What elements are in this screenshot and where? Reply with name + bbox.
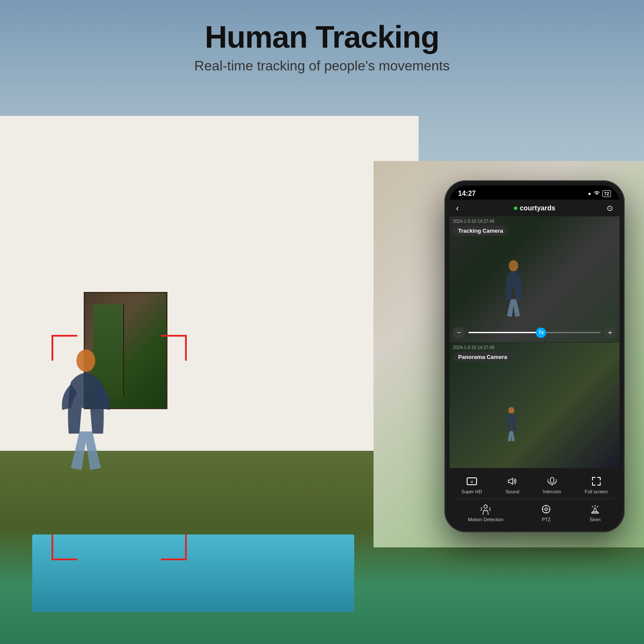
panorama-feed-timestamp: 2024-1-0-10 14:27:48 [453,345,494,350]
page-title: Human Tracking [0,19,644,55]
intercom-button[interactable]: Intercom [539,474,565,496]
nav-title-area: courtyards [469,204,600,212]
tracking-bracket-bottom-right [161,535,187,560]
sound-button[interactable]: Sound [502,474,523,496]
pool [32,535,354,612]
toolbar-row-2: Motion Detection [450,500,620,526]
panorama-feed-person [504,407,519,443]
header-area: Human Tracking Real-time tracking of peo… [0,19,644,74]
tracking-bracket-bottom-left [52,535,77,560]
motion-detection-button[interactable]: Motion Detection [465,501,507,524]
status-icons: ● 72 [588,190,611,197]
ptz-button[interactable]: PTZ [537,501,556,524]
panorama-camera-feed: 2024-1-0-10 14:27:48 Panorama Camera [450,343,620,469]
super-hd-icon: U [466,475,478,487]
wifi-icon [593,191,600,197]
ptz-label: PTZ [542,517,551,522]
phone-body: 14:27 ● 72 ‹ [444,180,625,532]
tracking-feed-timestamp: 2024-1-0-10 14:27:48 [453,219,494,224]
svg-rect-5 [550,477,554,483]
zoom-minus-button[interactable]: − [453,327,465,339]
tracking-feed-label: Tracking Camera [453,226,508,236]
svg-point-13 [545,508,547,510]
motion-detection-label: Motion Detection [468,517,504,522]
zoom-slider-container: − 7x + [453,327,616,339]
fullscreen-label: Full screen [585,489,608,494]
sound-label: Sound [506,489,519,494]
intercom-icon [546,475,558,487]
zoom-plus-button[interactable]: + [604,327,616,339]
siren-button[interactable]: Siren [586,501,605,524]
back-button[interactable]: ‹ [456,203,469,213]
fullscreen-button[interactable]: Full screen [581,474,611,496]
intercom-label: Intercom [543,489,561,494]
camera-feeds-container: 2024-1-0-10 14:27:48 Tracking Camera − [450,216,620,468]
tracking-feed-person [501,259,526,319]
toolbar-divider [454,498,615,499]
svg-point-1 [509,260,518,271]
svg-text:U: U [471,480,473,483]
svg-point-0 [76,349,95,372]
signal-icon: ● [588,191,591,197]
tracking-camera-feed: 2024-1-0-10 14:27:48 Tracking Camera − [450,216,620,343]
zoom-thumb[interactable]: 7x [536,328,546,338]
phone-device: 14:27 ● 72 ‹ [444,180,625,532]
settings-button[interactable]: ⊙ [600,204,613,213]
tracking-bracket-top-right [161,335,187,361]
svg-line-9 [489,509,490,510]
battery-value: 72 [604,191,609,196]
svg-line-8 [481,509,482,510]
battery-icon: 72 [602,190,611,197]
tracked-person [58,348,114,477]
zoom-track[interactable]: 7x [468,332,601,333]
camera-name-label: courtyards [520,204,556,212]
super-hd-label: Super HD [461,489,482,494]
bottom-toolbar: U Super HD Sound [450,468,620,527]
ptz-icon [540,503,552,515]
super-hd-button[interactable]: U Super HD [458,474,485,496]
phone-screen: 14:27 ● 72 ‹ [450,185,620,527]
toolbar-row-1: U Super HD Sound [450,472,620,498]
svg-point-2 [508,407,514,414]
panorama-feed-label: Panorama Camera [453,352,512,362]
fullscreen-icon [590,475,602,487]
motion-detection-icon [480,503,492,515]
status-time: 14:27 [458,190,476,197]
svg-point-7 [484,505,487,508]
sound-icon [506,475,518,487]
siren-label: Siren [589,517,601,522]
top-navigation: ‹ courtyards ⊙ [450,200,620,216]
zoom-fill [468,332,541,333]
status-bar: 14:27 ● 72 [450,185,620,200]
siren-icon [589,503,601,515]
online-indicator [514,207,517,210]
page-subtitle: Real-time tracking of people's movements [0,58,644,74]
